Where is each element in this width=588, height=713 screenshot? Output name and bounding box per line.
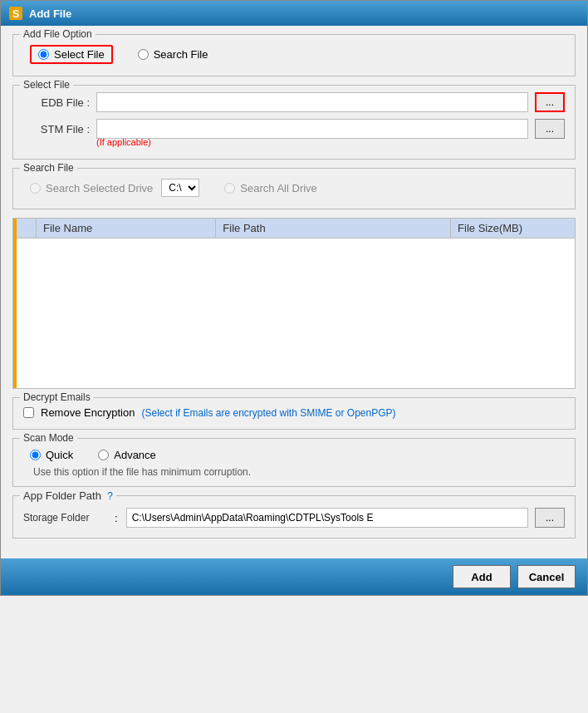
file-table-body xyxy=(13,238,575,388)
stm-label: STM File : xyxy=(23,123,90,135)
select-file-group: Select File EDB File : ... STM File : ..… xyxy=(12,85,576,160)
stm-file-row: STM File : ... xyxy=(23,119,565,139)
app-folder-help-link[interactable]: ? xyxy=(107,490,113,502)
col-filepath: File Path xyxy=(216,219,451,238)
bottom-bar: Add Cancel xyxy=(1,558,587,595)
search-file-radio[interactable] xyxy=(138,49,149,60)
file-table-header: File Name File Path File Size(MB) xyxy=(13,219,575,238)
decrypt-emails-label: Decrypt Emails xyxy=(20,391,94,403)
add-file-option-row: Select File Search File xyxy=(23,42,565,67)
app-folder-group-label: App Folder Path ? xyxy=(20,489,116,502)
decrypt-row: Remove Encryption (Select if Emails are … xyxy=(23,405,565,420)
add-file-option-group: Add File Option Select File Search File xyxy=(12,34,576,76)
search-selected-label: Search Selected Drive xyxy=(46,182,153,194)
edb-browse-button[interactable]: ... xyxy=(535,92,565,112)
cancel-button[interactable]: Cancel xyxy=(517,565,576,588)
quick-radio[interactable] xyxy=(30,450,41,460)
scan-mode-row: Quick Advance xyxy=(23,445,565,465)
search-file-group: Search File Search Selected Drive C:\ Se… xyxy=(12,168,576,209)
search-all-radio[interactable] xyxy=(224,183,235,194)
decrypt-emails-group: Decrypt Emails Remove Encryption (Select… xyxy=(12,397,576,430)
search-file-row: Search Selected Drive C:\ Search All Dri… xyxy=(23,175,565,200)
storage-label: Storage Folder xyxy=(23,512,106,524)
accent-bar xyxy=(13,219,17,388)
storage-input[interactable] xyxy=(126,508,528,528)
advance-radio[interactable] xyxy=(98,450,109,460)
col-checkbox xyxy=(17,219,37,238)
col-filesize: File Size(MB) xyxy=(451,219,575,238)
add-button[interactable]: Add xyxy=(453,565,511,588)
dialog-content: Add File Option Select File Search File … xyxy=(1,26,587,558)
search-selected-drive-option[interactable]: Search Selected Drive xyxy=(30,182,153,194)
select-file-radio[interactable] xyxy=(38,49,49,60)
search-file-option[interactable]: Search File xyxy=(138,48,208,61)
quick-option[interactable]: Quick xyxy=(30,449,73,461)
advance-label: Advance xyxy=(114,449,156,461)
decrypt-note: (Select if Emails are encrypted with SMI… xyxy=(141,407,395,419)
dialog-title: Add File xyxy=(29,7,71,20)
file-table: File Name File Path File Size(MB) xyxy=(12,218,576,389)
advance-option[interactable]: Advance xyxy=(98,449,156,461)
scan-mode-label: Scan Mode xyxy=(20,432,77,444)
app-folder-group: App Folder Path ? Storage Folder : ... xyxy=(12,495,576,538)
edb-label: EDB File : xyxy=(23,96,90,109)
storage-row: Storage Folder : ... xyxy=(23,508,565,528)
edb-input[interactable] xyxy=(96,92,528,112)
scan-note: Use this option if the file has minimum … xyxy=(23,466,565,478)
title-bar: S Add File xyxy=(1,1,587,26)
app-icon: S xyxy=(9,7,22,20)
select-file-label: Select File xyxy=(54,48,105,61)
select-file-group-label: Select File xyxy=(20,79,73,91)
storage-colon: : xyxy=(115,512,118,524)
select-file-option[interactable]: Select File xyxy=(30,45,113,64)
remove-encryption-label: Remove Encryption xyxy=(41,406,135,419)
storage-browse-button[interactable]: ... xyxy=(535,508,565,528)
dialog-add-file: S Add File Add File Option Select File S… xyxy=(0,0,588,596)
stm-browse-button[interactable]: ... xyxy=(535,119,565,139)
search-file-group-label: Search File xyxy=(20,162,77,174)
search-all-drive-option[interactable]: Search All Drive xyxy=(224,182,316,194)
search-selected-radio[interactable] xyxy=(30,183,41,194)
search-file-label: Search File xyxy=(154,48,208,61)
quick-label: Quick xyxy=(46,449,73,461)
stm-input[interactable] xyxy=(96,119,528,139)
edb-file-row: EDB File : ... xyxy=(23,92,565,112)
search-all-label: Search All Drive xyxy=(240,182,316,194)
add-file-option-label: Add File Option xyxy=(20,28,96,40)
col-filename: File Name xyxy=(37,219,216,238)
remove-encryption-checkbox[interactable] xyxy=(23,407,34,418)
scan-mode-group: Scan Mode Quick Advance Use this option … xyxy=(12,438,576,487)
drive-select[interactable]: C:\ xyxy=(161,179,199,197)
